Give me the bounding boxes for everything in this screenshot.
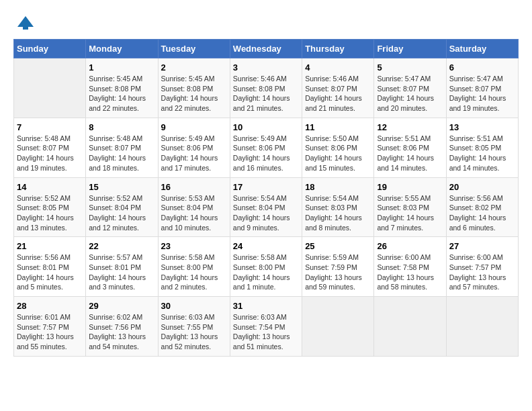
day-info: Sunrise: 5:51 AM Sunset: 8:05 PM Dayligh… (449, 134, 515, 173)
day-info: Sunrise: 6:03 AM Sunset: 7:55 PM Dayligh… (161, 312, 227, 352)
day-header-monday: Monday (86, 40, 158, 58)
day-info: Sunrise: 5:48 AM Sunset: 8:07 PM Dayligh… (89, 134, 154, 173)
day-number: 13 (449, 122, 515, 132)
day-info: Sunrise: 5:57 AM Sunset: 8:01 PM Dayligh… (89, 253, 154, 292)
calendar-cell: 8Sunrise: 5:48 AM Sunset: 8:07 PM Daylig… (86, 118, 158, 177)
calendar-cell: 25Sunrise: 5:59 AM Sunset: 7:59 PM Dayli… (302, 237, 374, 297)
calendar-cell: 2Sunrise: 5:45 AM Sunset: 8:08 PM Daylig… (158, 58, 230, 118)
day-number: 24 (233, 241, 299, 251)
day-number: 3 (233, 62, 299, 73)
day-number: 12 (377, 122, 443, 132)
day-number: 19 (377, 182, 443, 192)
calendar-cell: 26Sunrise: 6:00 AM Sunset: 7:58 PM Dayli… (374, 237, 446, 297)
day-info: Sunrise: 5:55 AM Sunset: 8:03 PM Dayligh… (377, 193, 443, 233)
day-number: 5 (377, 62, 443, 73)
calendar-cell: 31Sunrise: 6:03 AM Sunset: 7:54 PM Dayli… (230, 297, 302, 357)
calendar-cell: 16Sunrise: 5:53 AM Sunset: 8:04 PM Dayli… (158, 177, 230, 237)
day-number: 23 (161, 241, 227, 251)
day-info: Sunrise: 5:56 AM Sunset: 8:01 PM Dayligh… (17, 253, 83, 292)
day-number: 10 (233, 122, 299, 132)
day-info: Sunrise: 5:46 AM Sunset: 8:08 PM Dayligh… (233, 74, 299, 113)
calendar-cell: 19Sunrise: 5:55 AM Sunset: 8:03 PM Dayli… (374, 177, 446, 237)
calendar-cell: 28Sunrise: 6:01 AM Sunset: 7:57 PM Dayli… (14, 297, 86, 357)
day-number: 28 (17, 301, 83, 311)
calendar-cell: 15Sunrise: 5:52 AM Sunset: 8:04 PM Dayli… (86, 177, 158, 237)
calendar-cell: 27Sunrise: 6:00 AM Sunset: 7:57 PM Dayli… (446, 237, 518, 297)
day-info: Sunrise: 5:52 AM Sunset: 8:04 PM Dayligh… (89, 193, 154, 233)
calendar-cell: 7Sunrise: 5:48 AM Sunset: 8:07 PM Daylig… (14, 118, 86, 177)
day-header-wednesday: Wednesday (230, 40, 302, 58)
calendar-cell (14, 58, 86, 118)
day-info: Sunrise: 5:54 AM Sunset: 8:03 PM Dayligh… (305, 193, 371, 233)
day-number: 15 (89, 182, 154, 192)
logo (13, 13, 35, 32)
day-info: Sunrise: 5:52 AM Sunset: 8:05 PM Dayligh… (17, 193, 83, 233)
day-number: 4 (305, 62, 371, 73)
day-info: Sunrise: 6:03 AM Sunset: 7:54 PM Dayligh… (233, 312, 299, 352)
day-info: Sunrise: 5:50 AM Sunset: 8:06 PM Dayligh… (305, 134, 371, 173)
week-row-5: 28Sunrise: 6:01 AM Sunset: 7:57 PM Dayli… (14, 297, 519, 357)
day-info: Sunrise: 5:47 AM Sunset: 8:07 PM Dayligh… (377, 74, 443, 113)
day-info: Sunrise: 5:58 AM Sunset: 8:00 PM Dayligh… (233, 253, 299, 292)
logo-icon (16, 13, 35, 32)
day-info: Sunrise: 5:53 AM Sunset: 8:04 PM Dayligh… (161, 193, 227, 233)
day-number: 7 (17, 122, 83, 132)
calendar-cell (374, 297, 446, 357)
day-number: 11 (305, 122, 371, 132)
calendar-cell: 5Sunrise: 5:47 AM Sunset: 8:07 PM Daylig… (374, 58, 446, 118)
day-info: Sunrise: 5:47 AM Sunset: 8:07 PM Dayligh… (449, 74, 515, 113)
day-info: Sunrise: 5:51 AM Sunset: 8:06 PM Dayligh… (377, 134, 443, 173)
calendar-cell: 6Sunrise: 5:47 AM Sunset: 8:07 PM Daylig… (446, 58, 518, 118)
calendar-cell: 10Sunrise: 5:49 AM Sunset: 8:06 PM Dayli… (230, 118, 302, 177)
day-info: Sunrise: 5:58 AM Sunset: 8:00 PM Dayligh… (161, 253, 227, 292)
day-info: Sunrise: 5:45 AM Sunset: 8:08 PM Dayligh… (89, 74, 154, 113)
day-header-saturday: Saturday (446, 40, 518, 58)
day-number: 8 (89, 122, 154, 132)
day-number: 9 (161, 122, 227, 132)
calendar-cell: 18Sunrise: 5:54 AM Sunset: 8:03 PM Dayli… (302, 177, 374, 237)
calendar-cell: 1Sunrise: 5:45 AM Sunset: 8:08 PM Daylig… (86, 58, 158, 118)
day-info: Sunrise: 6:00 AM Sunset: 7:58 PM Dayligh… (377, 253, 443, 292)
day-number: 17 (233, 182, 299, 192)
day-number: 16 (161, 182, 227, 192)
calendar-cell (446, 297, 518, 357)
day-info: Sunrise: 6:01 AM Sunset: 7:57 PM Dayligh… (17, 312, 83, 352)
day-header-sunday: Sunday (14, 40, 86, 58)
day-info: Sunrise: 5:49 AM Sunset: 8:06 PM Dayligh… (233, 134, 299, 173)
day-header-tuesday: Tuesday (158, 40, 230, 58)
day-info: Sunrise: 5:48 AM Sunset: 8:07 PM Dayligh… (17, 134, 83, 173)
day-number: 18 (305, 182, 371, 192)
day-number: 30 (161, 301, 227, 311)
calendar-cell: 21Sunrise: 5:56 AM Sunset: 8:01 PM Dayli… (14, 237, 86, 297)
calendar-cell: 13Sunrise: 5:51 AM Sunset: 8:05 PM Dayli… (446, 118, 518, 177)
week-row-1: 1Sunrise: 5:45 AM Sunset: 8:08 PM Daylig… (14, 58, 519, 118)
calendar-cell: 17Sunrise: 5:54 AM Sunset: 8:04 PM Dayli… (230, 177, 302, 237)
calendar-cell: 23Sunrise: 5:58 AM Sunset: 8:00 PM Dayli… (158, 237, 230, 297)
day-number: 21 (17, 241, 83, 251)
calendar-cell: 12Sunrise: 5:51 AM Sunset: 8:06 PM Dayli… (374, 118, 446, 177)
day-info: Sunrise: 6:00 AM Sunset: 7:57 PM Dayligh… (449, 253, 515, 292)
calendar-cell: 14Sunrise: 5:52 AM Sunset: 8:05 PM Dayli… (14, 177, 86, 237)
day-info: Sunrise: 5:45 AM Sunset: 8:08 PM Dayligh… (161, 74, 227, 113)
day-header-friday: Friday (374, 40, 446, 58)
day-number: 6 (449, 62, 515, 73)
calendar-cell: 22Sunrise: 5:57 AM Sunset: 8:01 PM Dayli… (86, 237, 158, 297)
day-number: 27 (449, 241, 515, 251)
calendar-cell: 29Sunrise: 6:02 AM Sunset: 7:56 PM Dayli… (86, 297, 158, 357)
calendar-cell: 11Sunrise: 5:50 AM Sunset: 8:06 PM Dayli… (302, 118, 374, 177)
header-row: SundayMondayTuesdayWednesdayThursdayFrid… (14, 40, 519, 58)
day-info: Sunrise: 6:02 AM Sunset: 7:56 PM Dayligh… (89, 312, 154, 352)
day-number: 20 (449, 182, 515, 192)
day-number: 14 (17, 182, 83, 192)
calendar-table: SundayMondayTuesdayWednesdayThursdayFrid… (13, 39, 519, 357)
svg-marker-0 (17, 16, 34, 27)
day-number: 29 (89, 301, 154, 311)
day-number: 22 (89, 241, 154, 251)
day-number: 31 (233, 301, 299, 311)
day-info: Sunrise: 5:49 AM Sunset: 8:06 PM Dayligh… (161, 134, 227, 173)
week-row-4: 21Sunrise: 5:56 AM Sunset: 8:01 PM Dayli… (14, 237, 519, 297)
calendar-cell: 30Sunrise: 6:03 AM Sunset: 7:55 PM Dayli… (158, 297, 230, 357)
calendar-cell: 20Sunrise: 5:56 AM Sunset: 8:02 PM Dayli… (446, 177, 518, 237)
day-info: Sunrise: 5:54 AM Sunset: 8:04 PM Dayligh… (233, 193, 299, 233)
day-number: 26 (377, 241, 443, 251)
